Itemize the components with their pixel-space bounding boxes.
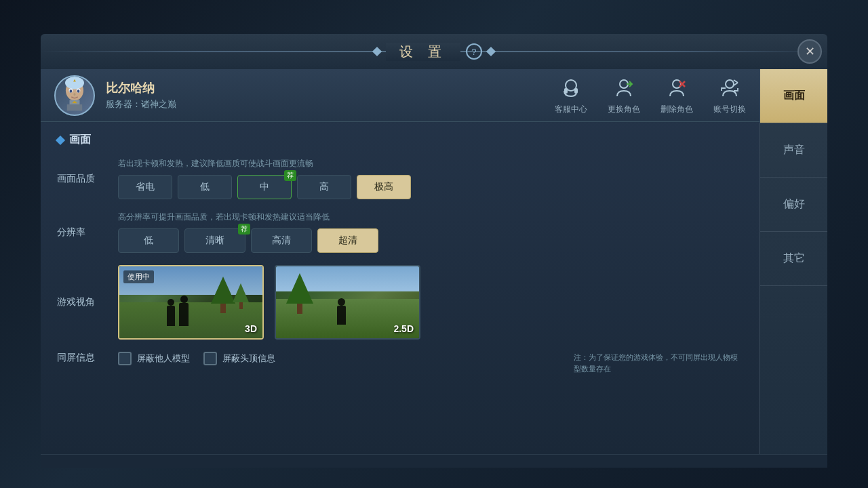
svg-point-6 <box>74 93 76 96</box>
quality-btn-high[interactable]: 高 <box>297 175 351 199</box>
customer-service-label: 客服中心 <box>555 104 587 115</box>
main-content: 比尔哈纳 服务器：诸神之巅 <box>41 69 760 454</box>
view-label-2-5d: 2.5D <box>393 323 414 334</box>
checkbox-hide-overhead-box[interactable] <box>203 352 217 365</box>
modal-title: 设 置 <box>386 43 460 61</box>
help-button[interactable]: ? <box>466 43 482 60</box>
quality-content: 若出现卡顿和发热，建议降低画质可使战斗画面更流畅 省电 低 中 荐 高 极高 <box>118 158 743 199</box>
section-header: 画面 <box>57 133 743 147</box>
resolution-btn-group: 低 清晰 荐 高清 超清 <box>118 228 743 253</box>
resolution-clear-badge: 荐 <box>238 224 250 235</box>
switch-account-icon <box>717 76 742 100</box>
change-role-icon <box>612 76 636 100</box>
resolution-content: 高分辨率可提升画面品质，若出现卡顿和发热建议适当降低 低 清晰 荐 高清 超清 <box>118 211 743 253</box>
tab-screen[interactable]: 画面 <box>760 69 827 123</box>
delete-role-button[interactable]: 删除角色 <box>660 76 693 115</box>
section-diamond-icon <box>56 135 65 144</box>
title-diamond-right <box>486 47 496 56</box>
close-button[interactable]: ✕ <box>797 39 822 64</box>
modal-body: 比尔哈纳 服务器：诸神之巅 <box>41 69 827 454</box>
right-sidebar: 画面 声音 偏好 其它 <box>760 69 827 454</box>
svg-point-5 <box>77 89 80 93</box>
checkbox-hide-models-box[interactable] <box>118 352 132 365</box>
switch-account-button[interactable]: 账号切换 <box>713 76 746 115</box>
title-bar: 设 置 ? ✕ <box>41 34 827 69</box>
profile-bar: 比尔哈纳 服务器：诸神之巅 <box>41 69 760 122</box>
quality-mid-badge: 荐 <box>284 170 296 181</box>
quality-btn-save-power[interactable]: 省电 <box>118 175 172 199</box>
settings-content: 画面 画面品质 若出现卡顿和发热，建议降低画质可使战斗画面更流畅 省电 低 中 … <box>41 122 760 454</box>
delete-role-icon <box>665 76 689 100</box>
quality-btn-group: 省电 低 中 荐 高 极高 <box>118 175 743 199</box>
same-screen-note: 注：为了保证您的游戏体验，不可同屏出现人物模型数量存在 <box>574 352 743 374</box>
resolution-label: 分辨率 <box>57 226 104 239</box>
svg-point-19 <box>726 80 734 88</box>
quality-row: 画面品质 若出现卡顿和发热，建议降低画质可使战斗画面更流畅 省电 低 中 荐 高… <box>57 158 743 199</box>
resolution-row: 分辨率 高分辨率可提升画面品质，若出现卡顿和发热建议适当降低 低 清晰 荐 高清… <box>57 211 743 253</box>
view-angle-options: 使用中 3D <box>118 265 420 340</box>
profile-actions: 客服中心 更换角色 <box>555 76 746 115</box>
checkbox-hide-overhead-label: 屏蔽头顶信息 <box>222 352 275 365</box>
tab-sound-label: 声音 <box>783 143 805 157</box>
customer-service-button[interactable]: 客服中心 <box>555 76 587 115</box>
view-using-label-3d: 使用中 <box>123 270 154 283</box>
avatar <box>54 75 95 116</box>
checkbox-hide-overhead[interactable]: 屏蔽头顶信息 <box>203 352 275 365</box>
player-name: 比尔哈纳 <box>106 80 176 96</box>
player-server: 服务器：诸神之巅 <box>106 98 176 110</box>
checkbox-hide-models-label: 屏蔽他人模型 <box>137 352 190 365</box>
tab-other-label: 其它 <box>783 251 805 266</box>
svg-point-4 <box>70 89 73 93</box>
avatar-image <box>56 77 94 115</box>
switch-account-label: 账号切换 <box>713 104 746 115</box>
res-btn-hd[interactable]: 高清 <box>251 228 312 253</box>
change-role-button[interactable]: 更换角色 <box>608 76 640 115</box>
view-2-5d-button[interactable]: 2.5D <box>275 265 420 340</box>
tab-preference[interactable]: 偏好 <box>760 178 827 232</box>
res-btn-ultra[interactable]: 超清 <box>317 228 378 253</box>
res-btn-clear[interactable]: 清晰 荐 <box>184 228 245 253</box>
quality-hint: 若出现卡顿和发热，建议降低画质可使战斗画面更流畅 <box>118 158 743 169</box>
same-screen-row: 同屏信息 屏蔽他人模型 屏蔽头顶信息 注：为了保证您的游戏体验，不可同屏出现人物… <box>57 352 743 374</box>
tab-other[interactable]: 其它 <box>760 232 827 286</box>
tab-screen-label: 画面 <box>783 89 805 103</box>
quality-btn-mid[interactable]: 中 荐 <box>237 175 292 199</box>
view-3d-button[interactable]: 使用中 3D <box>118 265 264 340</box>
tab-preference-label: 偏好 <box>783 197 805 211</box>
view-label-3d: 3D <box>245 323 257 334</box>
res-btn-low[interactable]: 低 <box>118 228 179 253</box>
delete-role-label: 删除角色 <box>660 104 693 115</box>
player-info: 比尔哈纳 服务器：诸神之巅 <box>106 80 176 110</box>
change-role-label: 更换角色 <box>608 104 640 115</box>
view-angle-row: 游戏视角 <box>57 265 743 340</box>
quality-btn-ultra[interactable]: 极高 <box>357 175 411 199</box>
modal-footer <box>41 454 827 468</box>
svg-rect-13 <box>574 88 578 94</box>
svg-point-1 <box>65 77 84 89</box>
same-screen-label: 同屏信息 <box>57 352 104 364</box>
checkbox-hide-models[interactable]: 屏蔽他人模型 <box>118 352 190 365</box>
resolution-hint: 高分辨率可提升画面品质，若出现卡顿和发热建议适当降低 <box>118 211 743 223</box>
svg-rect-9 <box>67 104 82 110</box>
avatar-wrapper <box>54 75 95 116</box>
view-angle-label: 游戏视角 <box>57 296 104 308</box>
tab-sound[interactable]: 声音 <box>760 123 827 178</box>
quality-btn-low[interactable]: 低 <box>178 175 232 199</box>
headset-icon <box>559 76 583 100</box>
checkbox-group: 屏蔽他人模型 屏蔽头顶信息 <box>118 352 275 365</box>
title-diamond-left <box>372 47 382 56</box>
settings-modal: 设 置 ? ✕ <box>41 34 827 468</box>
quality-label: 画面品质 <box>57 173 104 185</box>
section-title: 画面 <box>69 133 91 147</box>
